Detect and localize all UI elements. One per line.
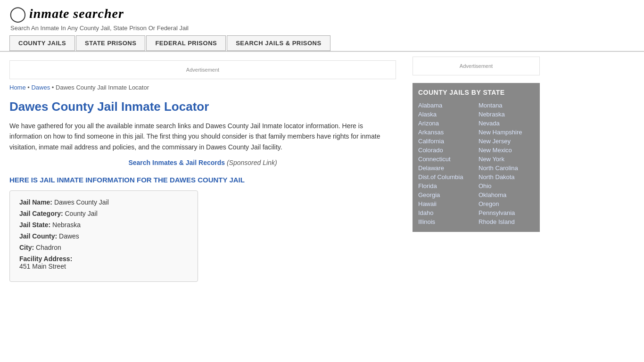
jail-county-label: Jail County: — [19, 232, 57, 240]
state-link[interactable]: Connecticut — [418, 155, 474, 164]
jail-state-row: Jail State: Nebraska — [19, 221, 188, 229]
jail-city-row: City: Chadron — [19, 244, 188, 251]
breadcrumb-sep2: • — [52, 84, 56, 91]
nav-county-jails[interactable]: COUNTY JAILS — [9, 35, 75, 51]
state-link[interactable]: New Hampshire — [479, 128, 534, 137]
sponsored-label: (Sponsored Link) — [227, 159, 277, 166]
state-link[interactable]: Idaho — [418, 208, 474, 217]
state-link[interactable]: New York — [479, 155, 534, 164]
nav-state-prisons[interactable]: STATE PRISONS — [76, 35, 145, 51]
state-link[interactable]: Montana — [479, 101, 534, 110]
breadcrumb: Home • Dawes • Dawes County Jail Inmate … — [9, 84, 396, 91]
logo-icon: ◯ — [9, 5, 26, 23]
state-link[interactable]: North Dakota — [479, 173, 534, 181]
content-area: Advertisement Home • Dawes • Dawes Count… — [0, 52, 405, 291]
state-link[interactable]: Ohio — [479, 181, 534, 190]
state-link[interactable]: Colorado — [418, 146, 474, 155]
jail-category-row: Jail Category: County Jail — [19, 210, 188, 217]
breadcrumb-current: Dawes County Jail Inmate Locator — [56, 84, 149, 91]
main-wrapper: Advertisement Home • Dawes • Dawes Count… — [0, 52, 644, 291]
breadcrumb-dawes[interactable]: Dawes — [31, 84, 50, 91]
jail-category-value: County Jail — [65, 210, 97, 217]
state-link[interactable]: Alaska — [418, 110, 474, 119]
main-nav: COUNTY JAILS STATE PRISONS FEDERAL PRISO… — [9, 35, 635, 51]
breadcrumb-home[interactable]: Home — [9, 84, 26, 91]
jail-category-label: Jail Category: — [19, 210, 63, 217]
nav-federal-prisons[interactable]: FEDERAL PRISONS — [146, 35, 226, 51]
page-description: We have gathered for you all the availab… — [9, 121, 396, 152]
jail-city-label: City: — [19, 244, 34, 251]
state-box: COUNTY JAILS BY STATE AlabamaAlaskaArizo… — [413, 83, 540, 232]
page-title: Dawes County Jail Inmate Locator — [9, 99, 396, 114]
ad-banner-label: Advertisement — [186, 67, 219, 73]
sidebar-ad-label: Advertisement — [460, 63, 493, 69]
logo-area: ◯ inmate searcher — [9, 5, 635, 23]
ad-banner: Advertisement — [9, 60, 396, 79]
jail-address-label: Facility Address: — [19, 255, 188, 263]
state-col-left: AlabamaAlaskaArizonaArkansasCaliforniaCo… — [418, 101, 474, 226]
sponsored-link[interactable]: Search Inmates & Jail Records — [128, 159, 225, 166]
state-link[interactable]: Oregon — [479, 199, 534, 208]
jail-name-value: Dawes County Jail — [54, 198, 109, 206]
state-link[interactable]: North Carolina — [479, 164, 534, 173]
state-link[interactable]: Alabama — [418, 101, 474, 110]
jail-name-label: Jail Name: — [19, 198, 52, 206]
jail-name-row: Jail Name: Dawes County Jail — [19, 198, 188, 206]
infobox-heading: HERE IS JAIL INMATE INFORMATION FOR THE … — [9, 176, 396, 184]
info-card: Jail Name: Dawes County Jail Jail Catego… — [9, 190, 198, 282]
state-link[interactable]: Arkansas — [418, 128, 474, 137]
state-link[interactable]: Oklahoma — [479, 190, 534, 199]
state-link[interactable]: Hawaii — [418, 199, 474, 208]
state-link[interactable]: Dist.of Columbia — [418, 173, 474, 181]
state-link[interactable]: Nebraska — [479, 110, 534, 119]
state-link[interactable]: Illinois — [418, 217, 474, 226]
state-link[interactable]: Arizona — [418, 119, 474, 128]
state-col-right: MontanaNebraskaNevadaNew HampshireNew Je… — [479, 101, 534, 226]
jail-county-row: Jail County: Dawes — [19, 232, 188, 240]
site-header: ◯ inmate searcher Search An Inmate In An… — [0, 0, 644, 51]
state-columns: AlabamaAlaskaArizonaArkansasCaliforniaCo… — [418, 101, 534, 226]
jail-county-value: Dawes — [59, 232, 79, 240]
jail-state-value: Nebraska — [52, 221, 81, 229]
logo-text: inmate searcher — [29, 6, 124, 21]
state-link[interactable]: New Mexico — [479, 146, 534, 155]
sidebar: Advertisement COUNTY JAILS BY STATE Alab… — [405, 52, 547, 291]
state-link[interactable]: California — [418, 137, 474, 146]
state-link[interactable]: Delaware — [418, 164, 474, 173]
jail-address-row: Facility Address: 451 Main Street — [19, 255, 188, 270]
state-link[interactable]: Pennsylvania — [479, 208, 534, 217]
state-link[interactable]: Georgia — [418, 190, 474, 199]
jail-state-label: Jail State: — [19, 221, 50, 229]
jail-address-value: 451 Main Street — [19, 263, 188, 270]
site-tagline: Search An Inmate In Any County Jail, Sta… — [9, 25, 635, 32]
state-link[interactable]: New Jersey — [479, 137, 534, 146]
state-link[interactable]: Florida — [418, 181, 474, 190]
state-link[interactable]: Rhode Island — [479, 217, 534, 226]
state-link[interactable]: Nevada — [479, 119, 534, 128]
sponsored-link-area: Search Inmates & Jail Records (Sponsored… — [9, 159, 396, 166]
sidebar-ad: Advertisement — [413, 57, 540, 75]
jail-city-value: Chadron — [36, 244, 61, 251]
state-box-title: COUNTY JAILS BY STATE — [418, 89, 534, 96]
nav-search-jails[interactable]: SEARCH JAILS & PRISONS — [227, 35, 330, 51]
